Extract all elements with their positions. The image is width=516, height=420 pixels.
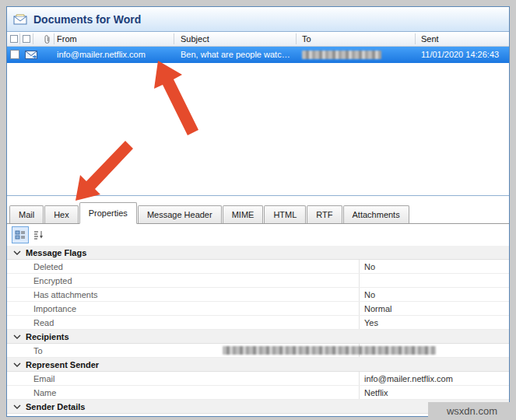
property-group-message-flags[interactable]: Message Flags bbox=[7, 246, 509, 260]
tab-hex[interactable]: Hex bbox=[44, 205, 79, 223]
message-detail-pane: Mail Hex Properties Message Header MIME … bbox=[7, 201, 509, 416]
column-header-sent[interactable]: Sent bbox=[421, 34, 439, 44]
property-row-encrypted[interactable]: Encrypted bbox=[7, 274, 509, 288]
property-label: Name bbox=[33, 388, 56, 397]
tab-html[interactable]: HTML bbox=[264, 205, 306, 223]
property-group-label: Message Flags bbox=[26, 248, 86, 257]
tab-message-header[interactable]: Message Header bbox=[138, 205, 222, 223]
collapse-chevron-icon[interactable] bbox=[13, 362, 21, 367]
property-label: Importance bbox=[33, 304, 76, 313]
property-group-recipients[interactable]: Recipients bbox=[7, 330, 509, 344]
mail-type-column-icon[interactable] bbox=[23, 35, 30, 43]
tab-rtf[interactable]: RTF bbox=[307, 205, 342, 223]
mail-row-sent: 11/01/2020 14:26:43 bbox=[421, 50, 499, 59]
property-value: Netflix bbox=[359, 386, 509, 399]
column-divider bbox=[174, 33, 174, 44]
property-value: Normal bbox=[359, 302, 509, 315]
property-group-label: Recipients bbox=[26, 332, 69, 341]
window-title: Documents for Word bbox=[33, 13, 141, 26]
tab-mime[interactable]: MIME bbox=[223, 205, 264, 223]
collapse-chevron-icon[interactable] bbox=[13, 250, 21, 255]
tab-attachments[interactable]: Attachments bbox=[343, 205, 409, 223]
property-label: Deleted bbox=[33, 262, 63, 271]
mail-viewer-window: Documents for Word From Subject To Sent bbox=[6, 6, 510, 417]
property-label: Read bbox=[33, 318, 54, 327]
row-checkbox[interactable] bbox=[10, 50, 19, 59]
watermark: wsxdn.com bbox=[428, 402, 516, 420]
property-label: Has attachments bbox=[33, 290, 98, 299]
paperclip-icon[interactable] bbox=[44, 34, 51, 46]
select-all-checkbox-icon[interactable] bbox=[10, 35, 18, 43]
properties-toolbar bbox=[7, 224, 509, 246]
property-label: To bbox=[33, 346, 43, 355]
column-header-from[interactable]: From bbox=[57, 34, 77, 44]
tab-properties[interactable]: Properties bbox=[79, 202, 137, 224]
property-group-represent-sender[interactable]: Represent Sender bbox=[7, 358, 509, 372]
property-row-to[interactable]: To bbox=[7, 344, 509, 358]
property-label: Encrypted bbox=[33, 276, 72, 285]
property-value bbox=[359, 274, 509, 287]
property-label: Email bbox=[33, 374, 55, 383]
collapse-chevron-icon[interactable] bbox=[13, 334, 21, 339]
property-to-redacted bbox=[223, 346, 436, 355]
categorized-view-button[interactable] bbox=[12, 226, 29, 243]
mail-row-to-redacted bbox=[302, 51, 381, 59]
column-divider bbox=[415, 33, 416, 44]
property-grid: Message Flags Deleted No Encrypted Has a… bbox=[7, 246, 509, 416]
mail-app-icon bbox=[13, 14, 27, 25]
property-value: Yes bbox=[359, 316, 509, 329]
mail-list-row[interactable]: info@mailer.netflix.com Ben, what are pe… bbox=[7, 47, 509, 63]
property-row-read[interactable]: Read Yes bbox=[7, 316, 509, 330]
column-header-subject[interactable]: Subject bbox=[181, 34, 209, 44]
mail-list-header: From Subject To Sent bbox=[7, 32, 509, 47]
watermark-text: wsxdn.com bbox=[447, 405, 497, 417]
property-row-email[interactable]: Email info@mailer.netflix.com bbox=[7, 372, 509, 386]
column-divider bbox=[19, 33, 20, 44]
screenshot-root: Documents for Word From Subject To Sent bbox=[0, 0, 516, 420]
tab-mail[interactable]: Mail bbox=[9, 205, 44, 223]
detail-tabs: Mail Hex Properties Message Header MIME … bbox=[7, 201, 509, 224]
property-row-deleted[interactable]: Deleted No bbox=[7, 260, 509, 274]
mail-read-icon bbox=[25, 51, 37, 61]
property-row-has-attachments[interactable]: Has attachments No bbox=[7, 288, 509, 302]
property-value: No bbox=[359, 288, 509, 301]
property-row-importance[interactable]: Importance Normal bbox=[7, 302, 509, 316]
column-divider bbox=[296, 33, 297, 44]
column-header-to[interactable]: To bbox=[302, 34, 311, 44]
mail-row-from: info@mailer.netflix.com bbox=[57, 50, 146, 59]
column-divider bbox=[33, 33, 33, 44]
property-group-label: Sender Details bbox=[26, 402, 85, 411]
pane-divider bbox=[7, 195, 509, 196]
property-value: info@mailer.netflix.com bbox=[359, 372, 509, 385]
categorized-icon bbox=[15, 229, 26, 240]
property-value: No bbox=[359, 260, 509, 273]
window-header: Documents for Word bbox=[7, 7, 509, 32]
mail-row-subject: Ben, what are people watc… bbox=[181, 50, 290, 59]
sort-az-icon bbox=[33, 229, 44, 240]
collapse-chevron-icon[interactable] bbox=[13, 404, 21, 409]
sort-alphabetical-button[interactable] bbox=[30, 226, 47, 243]
property-group-label: Represent Sender bbox=[26, 360, 99, 369]
property-row-name[interactable]: Name Netflix bbox=[7, 386, 509, 400]
column-divider bbox=[54, 33, 54, 44]
